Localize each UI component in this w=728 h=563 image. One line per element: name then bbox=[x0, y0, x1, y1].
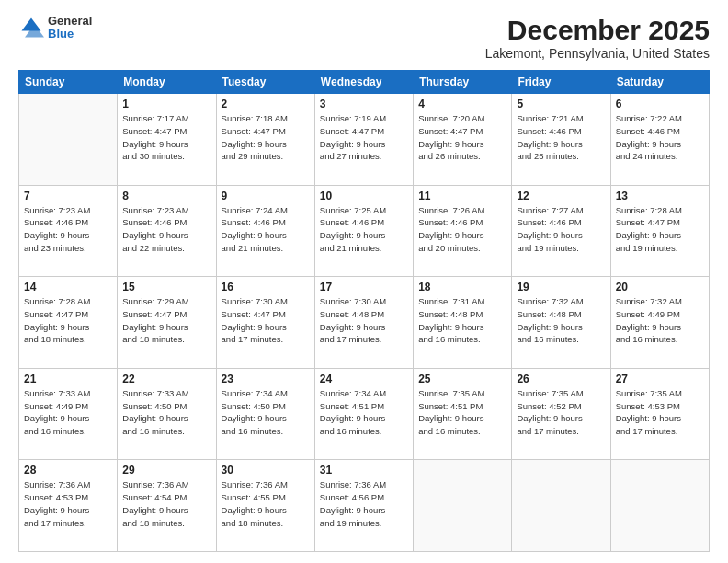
calendar-cell-w4-d1: 21Sunrise: 7:33 AM Sunset: 4:49 PM Dayli… bbox=[19, 368, 118, 460]
day-info: Sunrise: 7:35 AM Sunset: 4:53 PM Dayligh… bbox=[616, 387, 704, 438]
day-info: Sunrise: 7:21 AM Sunset: 4:46 PM Dayligh… bbox=[517, 112, 605, 163]
day-info: Sunrise: 7:36 AM Sunset: 4:56 PM Dayligh… bbox=[320, 478, 408, 529]
day-number: 8 bbox=[122, 190, 210, 202]
day-info: Sunrise: 7:19 AM Sunset: 4:47 PM Dayligh… bbox=[320, 112, 408, 163]
day-number: 9 bbox=[222, 190, 310, 202]
calendar-cell-w3-d6: 19Sunrise: 7:32 AM Sunset: 4:48 PM Dayli… bbox=[512, 277, 610, 369]
day-number: 30 bbox=[222, 464, 310, 477]
calendar-cell-w2-d5: 11Sunrise: 7:26 AM Sunset: 4:46 PM Dayli… bbox=[414, 185, 512, 277]
day-info: Sunrise: 7:28 AM Sunset: 4:47 PM Dayligh… bbox=[616, 204, 704, 255]
calendar-cell-w2-d2: 8Sunrise: 7:23 AM Sunset: 4:46 PM Daylig… bbox=[118, 185, 216, 277]
calendar-cell-w5-d6 bbox=[512, 460, 610, 552]
calendar-cell-w3-d1: 14Sunrise: 7:28 AM Sunset: 4:47 PM Dayli… bbox=[19, 277, 118, 369]
calendar-cell-w4-d2: 22Sunrise: 7:33 AM Sunset: 4:50 PM Dayli… bbox=[118, 368, 216, 460]
calendar-cell-w1-d1 bbox=[19, 94, 118, 186]
calendar-cell-w5-d7 bbox=[610, 460, 709, 552]
calendar-cell-w2-d1: 7Sunrise: 7:23 AM Sunset: 4:46 PM Daylig… bbox=[19, 185, 118, 277]
week-row-2: 7Sunrise: 7:23 AM Sunset: 4:46 PM Daylig… bbox=[19, 185, 710, 277]
day-number: 24 bbox=[320, 373, 408, 385]
day-number: 5 bbox=[517, 98, 605, 110]
calendar-cell-w4-d4: 24Sunrise: 7:34 AM Sunset: 4:51 PM Dayli… bbox=[314, 368, 413, 460]
day-number: 13 bbox=[616, 190, 704, 202]
logo-blue-text: Blue bbox=[48, 28, 92, 40]
day-info: Sunrise: 7:22 AM Sunset: 4:46 PM Dayligh… bbox=[616, 112, 704, 163]
day-number: 25 bbox=[418, 373, 506, 385]
day-info: Sunrise: 7:32 AM Sunset: 4:48 PM Dayligh… bbox=[517, 295, 605, 346]
day-info: Sunrise: 7:30 AM Sunset: 4:48 PM Dayligh… bbox=[320, 295, 408, 346]
day-info: Sunrise: 7:36 AM Sunset: 4:55 PM Dayligh… bbox=[222, 478, 310, 529]
calendar-cell-w5-d5 bbox=[414, 460, 512, 552]
day-info: Sunrise: 7:23 AM Sunset: 4:46 PM Dayligh… bbox=[24, 204, 112, 255]
calendar-cell-w1-d2: 1Sunrise: 7:17 AM Sunset: 4:47 PM Daylig… bbox=[118, 94, 216, 186]
logo: General Blue bbox=[18, 15, 92, 41]
logo-text: General Blue bbox=[48, 15, 92, 41]
day-number: 14 bbox=[24, 281, 112, 293]
calendar-cell-w4-d5: 25Sunrise: 7:35 AM Sunset: 4:51 PM Dayli… bbox=[414, 368, 512, 460]
header-wednesday: Wednesday bbox=[314, 71, 413, 94]
day-info: Sunrise: 7:20 AM Sunset: 4:47 PM Dayligh… bbox=[418, 112, 506, 163]
day-number: 4 bbox=[418, 98, 506, 110]
calendar-cell-w5-d1: 28Sunrise: 7:36 AM Sunset: 4:53 PM Dayli… bbox=[19, 460, 118, 552]
page: General Blue December 2025 Lakemont, Pen… bbox=[0, 0, 728, 563]
day-info: Sunrise: 7:27 AM Sunset: 4:46 PM Dayligh… bbox=[517, 204, 605, 255]
day-info: Sunrise: 7:36 AM Sunset: 4:54 PM Dayligh… bbox=[122, 478, 210, 529]
calendar-header-row: SundayMondayTuesdayWednesdayThursdayFrid… bbox=[19, 71, 710, 94]
day-number: 21 bbox=[24, 373, 112, 385]
calendar-cell-w5-d2: 29Sunrise: 7:36 AM Sunset: 4:54 PM Dayli… bbox=[118, 460, 216, 552]
calendar-cell-w5-d3: 30Sunrise: 7:36 AM Sunset: 4:55 PM Dayli… bbox=[216, 460, 314, 552]
day-info: Sunrise: 7:36 AM Sunset: 4:53 PM Dayligh… bbox=[24, 478, 112, 529]
logo-icon bbox=[18, 15, 44, 40]
calendar-cell-w2-d7: 13Sunrise: 7:28 AM Sunset: 4:47 PM Dayli… bbox=[610, 185, 709, 277]
calendar-cell-w1-d4: 3Sunrise: 7:19 AM Sunset: 4:47 PM Daylig… bbox=[314, 94, 413, 186]
day-number: 27 bbox=[616, 373, 704, 385]
week-row-3: 14Sunrise: 7:28 AM Sunset: 4:47 PM Dayli… bbox=[19, 277, 710, 369]
day-number: 26 bbox=[517, 373, 605, 385]
main-title: December 2025 bbox=[485, 15, 710, 46]
day-number: 1 bbox=[122, 98, 210, 110]
day-number: 3 bbox=[320, 98, 408, 110]
calendar-cell-w4-d6: 26Sunrise: 7:35 AM Sunset: 4:52 PM Dayli… bbox=[512, 368, 610, 460]
day-number: 12 bbox=[517, 190, 605, 202]
day-number: 16 bbox=[222, 281, 310, 293]
calendar-cell-w2-d6: 12Sunrise: 7:27 AM Sunset: 4:46 PM Dayli… bbox=[512, 185, 610, 277]
calendar-cell-w1-d3: 2Sunrise: 7:18 AM Sunset: 4:47 PM Daylig… bbox=[216, 94, 314, 186]
day-number: 28 bbox=[24, 464, 112, 477]
calendar-cell-w2-d4: 10Sunrise: 7:25 AM Sunset: 4:46 PM Dayli… bbox=[314, 185, 413, 277]
calendar-cell-w3-d2: 15Sunrise: 7:29 AM Sunset: 4:47 PM Dayli… bbox=[118, 277, 216, 369]
calendar-cell-w1-d5: 4Sunrise: 7:20 AM Sunset: 4:47 PM Daylig… bbox=[414, 94, 512, 186]
calendar-cell-w3-d5: 18Sunrise: 7:31 AM Sunset: 4:48 PM Dayli… bbox=[414, 277, 512, 369]
calendar-cell-w3-d4: 17Sunrise: 7:30 AM Sunset: 4:48 PM Dayli… bbox=[314, 277, 413, 369]
day-number: 15 bbox=[122, 281, 210, 293]
day-number: 6 bbox=[616, 98, 704, 110]
header-saturday: Saturday bbox=[610, 71, 709, 94]
week-row-4: 21Sunrise: 7:33 AM Sunset: 4:49 PM Dayli… bbox=[19, 368, 710, 460]
day-info: Sunrise: 7:30 AM Sunset: 4:47 PM Dayligh… bbox=[222, 295, 310, 346]
calendar-cell-w2-d3: 9Sunrise: 7:24 AM Sunset: 4:46 PM Daylig… bbox=[216, 185, 314, 277]
header-tuesday: Tuesday bbox=[216, 71, 314, 94]
day-info: Sunrise: 7:26 AM Sunset: 4:46 PM Dayligh… bbox=[418, 204, 506, 255]
week-row-5: 28Sunrise: 7:36 AM Sunset: 4:53 PM Dayli… bbox=[19, 460, 710, 552]
day-info: Sunrise: 7:17 AM Sunset: 4:47 PM Dayligh… bbox=[122, 112, 210, 163]
day-number: 19 bbox=[517, 281, 605, 293]
calendar-cell-w1-d7: 6Sunrise: 7:22 AM Sunset: 4:46 PM Daylig… bbox=[610, 94, 709, 186]
day-number: 22 bbox=[122, 373, 210, 385]
day-info: Sunrise: 7:35 AM Sunset: 4:51 PM Dayligh… bbox=[418, 387, 506, 438]
day-info: Sunrise: 7:23 AM Sunset: 4:46 PM Dayligh… bbox=[122, 204, 210, 255]
day-info: Sunrise: 7:31 AM Sunset: 4:48 PM Dayligh… bbox=[418, 295, 506, 346]
header-friday: Friday bbox=[512, 71, 610, 94]
subtitle: Lakemont, Pennsylvania, United States bbox=[485, 46, 710, 61]
day-info: Sunrise: 7:29 AM Sunset: 4:47 PM Dayligh… bbox=[122, 295, 210, 346]
calendar-cell-w1-d6: 5Sunrise: 7:21 AM Sunset: 4:46 PM Daylig… bbox=[512, 94, 610, 186]
day-info: Sunrise: 7:34 AM Sunset: 4:51 PM Dayligh… bbox=[320, 387, 408, 438]
day-number: 2 bbox=[222, 98, 310, 110]
week-row-1: 1Sunrise: 7:17 AM Sunset: 4:47 PM Daylig… bbox=[19, 94, 710, 186]
day-info: Sunrise: 7:34 AM Sunset: 4:50 PM Dayligh… bbox=[222, 387, 310, 438]
calendar-table: SundayMondayTuesdayWednesdayThursdayFrid… bbox=[18, 70, 710, 552]
calendar-cell-w5-d4: 31Sunrise: 7:36 AM Sunset: 4:56 PM Dayli… bbox=[314, 460, 413, 552]
day-number: 31 bbox=[320, 464, 408, 477]
day-number: 17 bbox=[320, 281, 408, 293]
header-sunday: Sunday bbox=[19, 71, 118, 94]
day-info: Sunrise: 7:24 AM Sunset: 4:46 PM Dayligh… bbox=[222, 204, 310, 255]
day-number: 10 bbox=[320, 190, 408, 202]
day-number: 20 bbox=[616, 281, 704, 293]
